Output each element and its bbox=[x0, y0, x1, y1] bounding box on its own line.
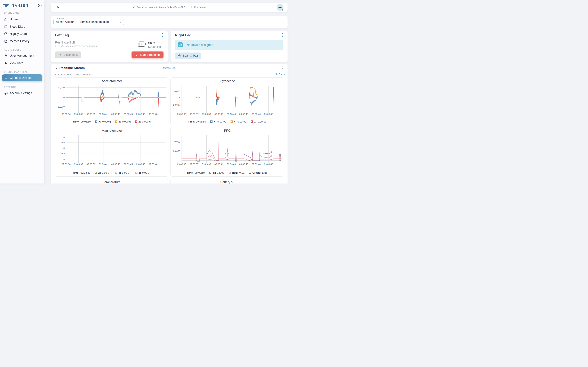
svg-text:-10,000: -10,000 bbox=[57, 106, 65, 108]
svg-text:09:03:41: 09:03:41 bbox=[99, 163, 108, 165]
svg-text:09:03:36: 09:03:36 bbox=[61, 113, 71, 115]
svg-text:20,000: 20,000 bbox=[173, 150, 180, 152]
svg-text:0: 0 bbox=[179, 159, 180, 162]
svg-text:09:03:39: 09:03:39 bbox=[202, 163, 211, 165]
svg-text:09:03:46: 09:03:46 bbox=[136, 163, 145, 165]
svg-text:PPG: PPG bbox=[224, 129, 231, 132]
svg-text:09:03:46: 09:03:46 bbox=[136, 113, 145, 115]
svg-text:Magnetometer: Magnetometer bbox=[102, 129, 122, 132]
svg-text:09:03:41: 09:03:41 bbox=[214, 113, 223, 115]
svg-text:0.5: 0.5 bbox=[61, 141, 65, 144]
svg-text:09:03:48: 09:03:48 bbox=[148, 113, 157, 115]
svg-text:09:03:39: 09:03:39 bbox=[86, 113, 95, 115]
svg-text:09:03:43: 09:03:43 bbox=[227, 113, 236, 115]
svg-text:09:03:36: 09:03:36 bbox=[177, 113, 186, 115]
svg-text:09:03:37: 09:03:37 bbox=[190, 113, 199, 115]
svg-text:09:03:45: 09:03:45 bbox=[124, 113, 133, 115]
svg-text:09:03:36: 09:03:36 bbox=[61, 163, 71, 165]
svg-text:09:03:41: 09:03:41 bbox=[99, 113, 108, 115]
svg-text:09:03:37: 09:03:37 bbox=[74, 113, 83, 115]
svg-text:09:03:36: 09:03:36 bbox=[177, 163, 186, 165]
svg-text:09:03:45: 09:03:45 bbox=[124, 163, 133, 165]
svg-text:09:03:39: 09:03:39 bbox=[86, 163, 95, 165]
svg-text:-1: -1 bbox=[63, 158, 65, 160]
svg-text:Gyroscope: Gyroscope bbox=[220, 79, 235, 83]
svg-text:09:03:43: 09:03:43 bbox=[111, 113, 120, 115]
svg-text:09:03:39: 09:03:39 bbox=[202, 113, 211, 115]
svg-text:40,000: 40,000 bbox=[173, 141, 180, 143]
svg-text:09:03:46: 09:03:46 bbox=[252, 163, 261, 165]
svg-text:09:03:43: 09:03:43 bbox=[111, 163, 120, 165]
svg-text:0: 0 bbox=[63, 96, 65, 99]
svg-text:09:03:45: 09:03:45 bbox=[239, 113, 248, 115]
svg-text:Accelerometer: Accelerometer bbox=[102, 79, 122, 83]
svg-text:09:03:37: 09:03:37 bbox=[74, 163, 83, 165]
svg-text:09:03:41: 09:03:41 bbox=[214, 163, 223, 165]
svg-text:10,000: 10,000 bbox=[58, 86, 65, 89]
svg-text:09:03:48: 09:03:48 bbox=[264, 163, 273, 165]
svg-text:09:03:37: 09:03:37 bbox=[190, 163, 199, 165]
svg-text:0: 0 bbox=[63, 147, 65, 149]
svg-text:20,000: 20,000 bbox=[173, 90, 180, 93]
svg-text:09:03:43: 09:03:43 bbox=[227, 163, 236, 165]
svg-text:09:03:45: 09:03:45 bbox=[239, 163, 248, 165]
svg-text:09:03:48: 09:03:48 bbox=[264, 113, 273, 115]
svg-text:09:03:48: 09:03:48 bbox=[148, 163, 157, 165]
svg-text:20,000: 20,000 bbox=[173, 104, 180, 106]
svg-text:09:03:46: 09:03:46 bbox=[252, 113, 261, 115]
svg-text:0: 0 bbox=[179, 97, 180, 100]
svg-text:-0.5: -0.5 bbox=[61, 152, 65, 155]
svg-text:1: 1 bbox=[63, 135, 65, 138]
